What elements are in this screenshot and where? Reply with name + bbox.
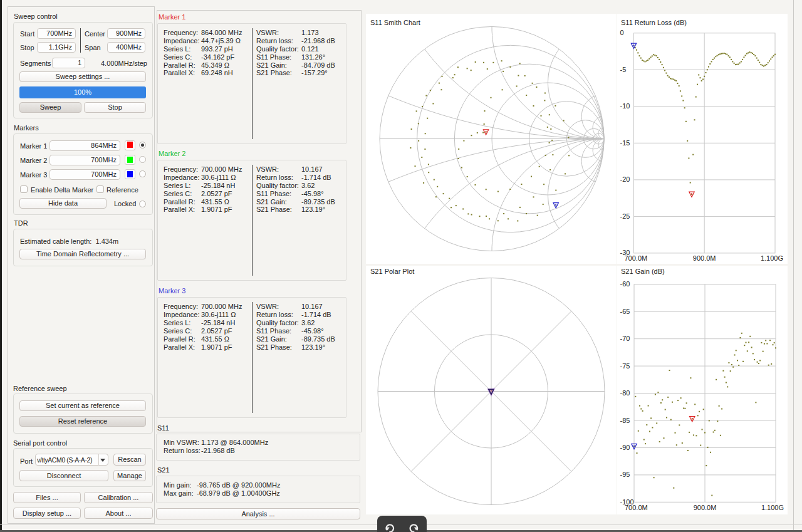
svg-text:-25: -25 [620,212,630,220]
svg-text:-10: -10 [620,102,630,110]
svg-text:-90: -90 [620,444,630,451]
svg-text:900.0M: 900.0M [693,254,716,262]
svg-text:700.0M: 700.0M [625,504,648,511]
svg-text:-85: -85 [620,417,630,424]
svg-text:-75: -75 [620,362,630,370]
svg-text:-80: -80 [620,389,630,397]
svg-text:1.100G: 1.100G [761,254,783,262]
svg-text:-70: -70 [620,335,630,342]
svg-text:-60: -60 [620,280,630,288]
svg-text:-5: -5 [620,66,627,73]
svg-text:-65: -65 [620,308,630,315]
svg-text:-15: -15 [620,139,630,147]
svg-text:-20: -20 [620,175,630,183]
svg-text:900.0M: 900.0M [694,504,717,511]
svg-text:0: 0 [620,29,624,36]
svg-text:-95: -95 [620,471,630,478]
svg-text:700.0M: 700.0M [625,254,648,262]
svg-text:1.100G: 1.100G [761,504,784,511]
